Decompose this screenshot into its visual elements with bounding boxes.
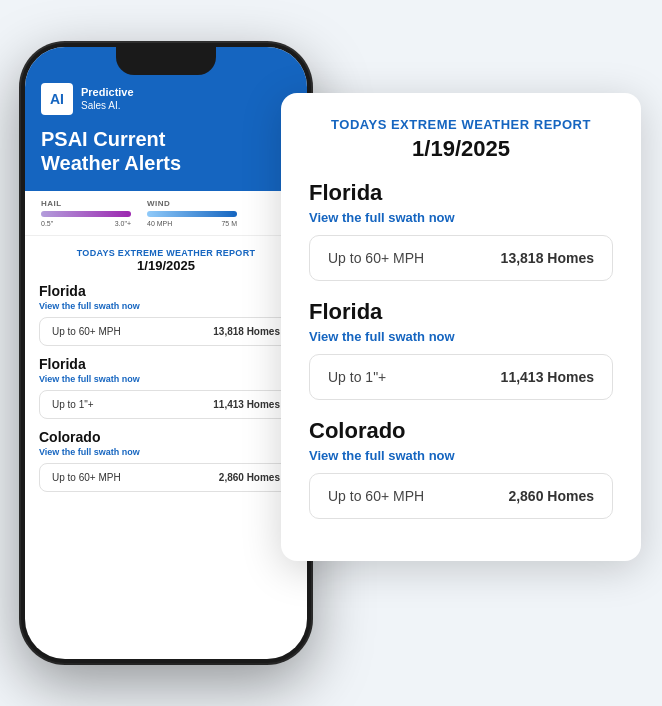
overlay-card: TODAYS EXTREME WEATHER REPORT 1/19/2025 … bbox=[281, 93, 641, 561]
phone-card-2: Up to 60+ MPH 2,860 Homes bbox=[39, 463, 293, 492]
phone-report-date: 1/19/2025 bbox=[39, 258, 293, 273]
overlay-card-homes-1: 11,413 Homes bbox=[501, 369, 594, 385]
overlay-report-title: TODAYS EXTREME WEATHER REPORT bbox=[309, 117, 613, 132]
overlay-link-0[interactable]: View the full swath now bbox=[309, 210, 613, 225]
phone-state-1: Florida bbox=[39, 356, 293, 372]
phone-mockup: AI Predictive Sales AI. PSAI Current Wea… bbox=[21, 43, 311, 663]
overlay-state-1: Florida bbox=[309, 299, 613, 325]
weather-bar: HAIL 0.5" 3.0"+ WIND 40 MPH 75 M bbox=[25, 191, 307, 236]
phone-notch bbox=[116, 47, 216, 75]
phone-card-value-2: Up to 60+ MPH bbox=[52, 472, 121, 483]
phone-card-homes-2: 2,860 Homes bbox=[219, 472, 280, 483]
phone-state-0: Florida bbox=[39, 283, 293, 299]
phone-screen: AI Predictive Sales AI. PSAI Current Wea… bbox=[25, 47, 307, 659]
brand-logo: AI bbox=[41, 83, 73, 115]
overlay-card-value-0: Up to 60+ MPH bbox=[328, 250, 424, 266]
overlay-section-1: Florida View the full swath now Up to 1"… bbox=[309, 299, 613, 400]
overlay-card-homes-0: 13,818 Homes bbox=[501, 250, 594, 266]
overlay-report-date: 1/19/2025 bbox=[309, 136, 613, 162]
overlay-section-2: Colorado View the full swath now Up to 6… bbox=[309, 418, 613, 519]
overlay-state-0: Florida bbox=[309, 180, 613, 206]
phone-link-2[interactable]: View the full swath now bbox=[39, 447, 293, 457]
wind-bar bbox=[147, 211, 237, 217]
phone-link-0[interactable]: View the full swath now bbox=[39, 301, 293, 311]
hail-section: HAIL 0.5" 3.0"+ bbox=[41, 199, 131, 227]
overlay-section-0: Florida View the full swath now Up to 60… bbox=[309, 180, 613, 281]
hail-bar bbox=[41, 211, 131, 217]
overlay-card-item-1: Up to 1"+ 11,413 Homes bbox=[309, 354, 613, 400]
overlay-card-item-0: Up to 60+ MPH 13,818 Homes bbox=[309, 235, 613, 281]
wind-range: 40 MPH 75 M bbox=[147, 220, 237, 227]
scene: AI Predictive Sales AI. PSAI Current Wea… bbox=[21, 23, 641, 683]
brand-text: Predictive Sales AI. bbox=[81, 86, 134, 111]
overlay-link-1[interactable]: View the full swath now bbox=[309, 329, 613, 344]
overlay-card-value-2: Up to 60+ MPH bbox=[328, 488, 424, 504]
phone-title: PSAI Current Weather Alerts bbox=[41, 127, 291, 175]
overlay-link-2[interactable]: View the full swath now bbox=[309, 448, 613, 463]
phone-content: TODAYS EXTREME WEATHER REPORT 1/19/2025 … bbox=[25, 236, 307, 514]
phone-card-value-0: Up to 60+ MPH bbox=[52, 326, 121, 337]
overlay-card-homes-2: 2,860 Homes bbox=[508, 488, 594, 504]
overlay-card-value-1: Up to 1"+ bbox=[328, 369, 386, 385]
phone-card-homes-0: 13,818 Homes bbox=[213, 326, 280, 337]
overlay-card-item-2: Up to 60+ MPH 2,860 Homes bbox=[309, 473, 613, 519]
phone-card-homes-1: 11,413 Homes bbox=[213, 399, 280, 410]
phone-report-title: TODAYS EXTREME WEATHER REPORT bbox=[39, 248, 293, 258]
wind-section: WIND 40 MPH 75 M bbox=[147, 199, 237, 227]
phone-link-1[interactable]: View the full swath now bbox=[39, 374, 293, 384]
hail-range: 0.5" 3.0"+ bbox=[41, 220, 131, 227]
overlay-state-2: Colorado bbox=[309, 418, 613, 444]
phone-state-2: Colorado bbox=[39, 429, 293, 445]
brand-area: AI Predictive Sales AI. bbox=[41, 83, 291, 115]
phone-card-0: Up to 60+ MPH 13,818 Homes bbox=[39, 317, 293, 346]
phone-card-1: Up to 1"+ 11,413 Homes bbox=[39, 390, 293, 419]
phone-card-value-1: Up to 1"+ bbox=[52, 399, 94, 410]
